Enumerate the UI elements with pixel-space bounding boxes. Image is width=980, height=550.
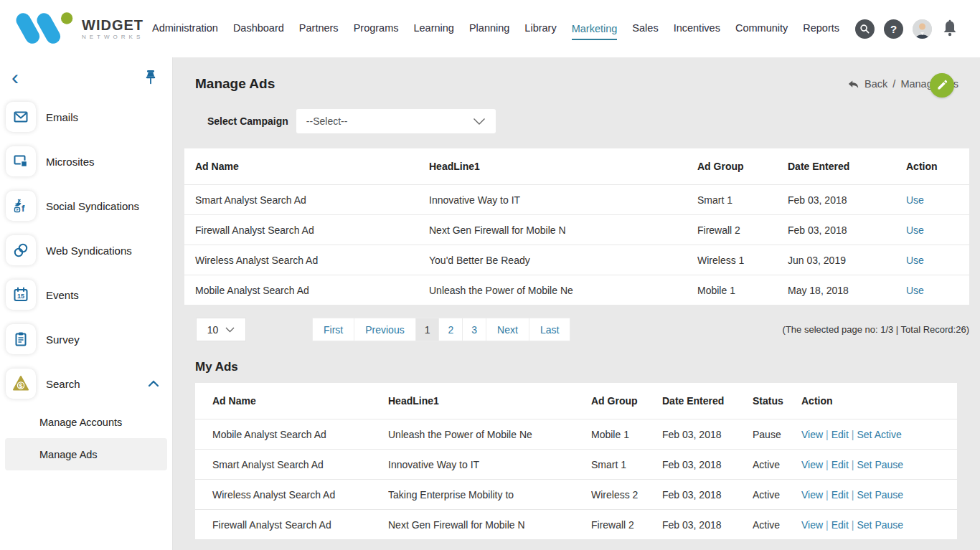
- use-link[interactable]: Use: [906, 194, 924, 206]
- last-page-button[interactable]: Last: [529, 318, 570, 341]
- svg-text:$: $: [19, 381, 23, 389]
- clipboard-icon: [6, 324, 36, 354]
- next-page-button[interactable]: Next: [486, 318, 529, 341]
- pencil-icon: [936, 80, 948, 91]
- use-link[interactable]: Use: [906, 285, 924, 296]
- action-separator: |: [852, 429, 854, 440]
- sidebar-subitem-manage-accounts[interactable]: Manage Accounts: [5, 406, 167, 438]
- table-row: Mobile Analyst Search Ad Unleash the Pow…: [184, 275, 969, 305]
- ad-group: Wireless 2: [591, 489, 662, 501]
- nav-dashboard[interactable]: Dashboard: [233, 22, 284, 35]
- sidebar-item-web-syndications[interactable]: Web Syndications: [0, 228, 172, 272]
- table-row: Wireless Analyst Search Ad Taking Enterp…: [195, 479, 957, 509]
- previous-page-button[interactable]: Previous: [354, 318, 415, 341]
- my-ads-title: My Ads: [195, 360, 980, 374]
- col-headline1: HeadLine1: [429, 161, 697, 172]
- my-ads-table: Ad Name HeadLine1 Ad Group Date Entered …: [195, 383, 957, 539]
- page-2-button[interactable]: 2: [439, 318, 463, 341]
- col-ad-name: Ad Name: [184, 161, 429, 172]
- edit-link[interactable]: Edit: [831, 489, 849, 501]
- date-entered: Feb 03, 2018: [788, 194, 906, 206]
- action-separator: |: [826, 519, 829, 531]
- sidebar-item-label: Survey: [46, 333, 80, 346]
- page-3-button[interactable]: 3: [463, 318, 486, 341]
- first-page-button[interactable]: First: [312, 318, 354, 341]
- campaign-select-value: --Select--: [306, 115, 348, 127]
- set-pause-link[interactable]: Set Pause: [857, 459, 904, 470]
- nav-partners[interactable]: Partners: [299, 22, 339, 35]
- chevron-up-icon[interactable]: [148, 380, 159, 387]
- view-link[interactable]: View: [801, 519, 823, 531]
- table-row: Firewall Analyst Search Ad Next Gen Fire…: [184, 214, 969, 245]
- page-size-value: 10: [207, 324, 219, 336]
- notifications-icon[interactable]: [941, 19, 958, 38]
- ad-name: Firewall Analyst Search Ad: [195, 519, 388, 531]
- set-pause-link[interactable]: Set Pause: [857, 489, 904, 501]
- user-avatar[interactable]: [913, 19, 932, 39]
- nav-sales[interactable]: Sales: [632, 22, 658, 35]
- action-separator: |: [852, 519, 854, 531]
- action-separator: |: [852, 459, 854, 470]
- action-separator: |: [826, 429, 829, 440]
- nav-marketing[interactable]: Marketing: [572, 23, 618, 40]
- sidebar-item-events[interactable]: 15 Events: [0, 272, 172, 317]
- view-link[interactable]: View: [801, 459, 823, 470]
- view-link[interactable]: View: [801, 429, 823, 440]
- nav-community[interactable]: Community: [735, 22, 788, 35]
- use-link[interactable]: Use: [906, 224, 924, 236]
- search-icon[interactable]: [855, 19, 875, 39]
- nav-incentives[interactable]: Incentives: [674, 22, 720, 35]
- edit-link[interactable]: Edit: [831, 519, 849, 531]
- breadcrumb-back[interactable]: Back: [864, 78, 887, 90]
- brand-logo[interactable]: WIDGET NETWORKS: [0, 11, 159, 47]
- nav-reports[interactable]: Reports: [803, 22, 839, 35]
- sidebar-subitem-manage-ads[interactable]: Manage Ads: [5, 438, 167, 470]
- col-date-entered: Date Entered: [788, 161, 906, 172]
- view-link[interactable]: View: [801, 489, 823, 501]
- nav-administration[interactable]: Administration: [152, 22, 218, 35]
- headline: Innovative Way to IT: [429, 194, 697, 206]
- top-header: WIDGET NETWORKS Administration Dashboard…: [0, 0, 980, 57]
- sidebar-item-emails[interactable]: Emails: [0, 95, 172, 139]
- envelope-icon: [6, 102, 36, 132]
- help-icon[interactable]: ?: [884, 19, 903, 39]
- calendar-icon: 15: [6, 280, 36, 310]
- sidebar-item-social-syndications[interactable]: f Social Syndications: [0, 184, 172, 228]
- edit-link[interactable]: Edit: [831, 429, 849, 440]
- ad-name: Mobile Analyst Search Ad: [184, 285, 429, 296]
- edit-button[interactable]: [930, 73, 954, 98]
- sidebar-item-label: Microsites: [46, 156, 95, 168]
- ads-table-header: Ad Name HeadLine1 Ad Group Date Entered …: [184, 148, 969, 184]
- main-navigation: Administration Dashboard Partners Progra…: [152, 22, 839, 35]
- date-entered: Jun 03, 2019: [788, 255, 906, 266]
- ad-name: Wireless Analyst Search Ad: [195, 489, 388, 501]
- sidebar-collapse-icon[interactable]: ‹: [11, 67, 19, 87]
- campaign-select[interactable]: --Select--: [296, 109, 496, 133]
- nav-planning[interactable]: Planning: [469, 22, 509, 35]
- sidebar-item-survey[interactable]: Survey: [0, 317, 172, 361]
- nav-library[interactable]: Library: [524, 22, 556, 35]
- sidebar-item-microsites[interactable]: Microsites: [0, 139, 172, 184]
- ad-group: Mobile 1: [591, 429, 662, 440]
- sidebar-item-label: Events: [46, 289, 79, 301]
- use-link[interactable]: Use: [906, 255, 924, 266]
- date-entered: Feb 03, 2018: [662, 459, 753, 470]
- pin-icon[interactable]: [143, 69, 158, 86]
- action-separator: |: [826, 489, 829, 501]
- date-entered: Feb 03, 2018: [788, 224, 906, 236]
- set-pause-link[interactable]: Set Pause: [857, 519, 904, 531]
- status-badge: Active: [753, 519, 801, 531]
- page-size-select[interactable]: 10: [196, 318, 246, 341]
- sidebar-item-search[interactable]: $ Search: [0, 361, 172, 406]
- nav-programs[interactable]: Programs: [354, 22, 399, 35]
- status-badge: Active: [753, 459, 801, 470]
- col-status: Status: [753, 395, 801, 407]
- table-row: Smart Analyst Search Ad Innovative Way t…: [184, 184, 969, 214]
- ad-group: Firewall 2: [591, 519, 662, 531]
- ad-group: Mobile 1: [697, 285, 788, 296]
- page-1-button[interactable]: 1: [416, 318, 440, 341]
- microsites-icon: [6, 146, 36, 176]
- nav-learning[interactable]: Learning: [413, 22, 453, 35]
- set-active-link[interactable]: Set Active: [857, 429, 902, 440]
- edit-link[interactable]: Edit: [831, 459, 849, 470]
